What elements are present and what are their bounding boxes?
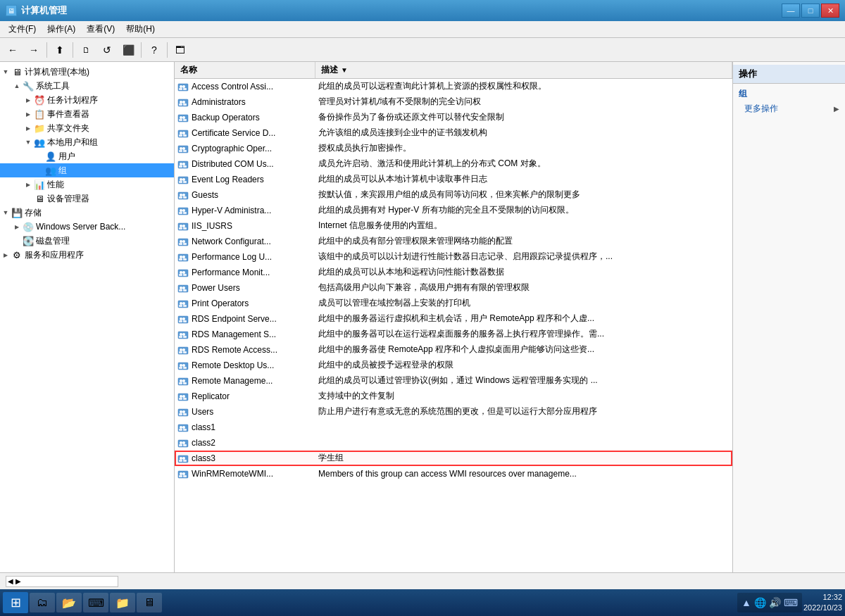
table-row[interactable]: Administrators管理员对计算机/域有不受限制的完全访问权 [175,94,732,110]
tree-item-svcapp[interactable]: ▶ ⚙ 服务和应用程序 [0,248,174,262]
table-row[interactable]: Remote Desktop Us...此组中的成员被授予远程登录的权限 [175,358,732,373]
group-name-text: RDS Endpoint Serve... [192,314,277,324]
table-row[interactable]: Power Users包括高级用户以向下兼容，高级用户拥有有限的管理权限 [175,280,732,296]
table-row[interactable]: Remote Manageme...此组的成员可以通过管理协议(例如，通过 Wi… [175,373,732,389]
tree-item-devmgr[interactable]: 🖥 设备管理器 [0,191,174,206]
group-name-text: Network Configurat... [192,237,271,246]
export-button[interactable]: ⬛ [118,41,138,59]
tree-item-users[interactable]: 👤 用户 [0,149,174,163]
tree-item-performance[interactable]: ▶ 📊 性能 [0,177,174,191]
table-row[interactable]: Performance Monit...此组的成员可以从本地和远程访问性能计数器… [175,265,732,280]
cell-name-11: Performance Log U... [175,249,315,264]
menu-action[interactable]: 操作(A) [42,22,81,37]
status-scroll[interactable]: ◀ ▶ [6,576,118,587]
table-row[interactable]: Users防止用户进行有意或无意的系统范围的更改，但是可以运行大部分应用程序 [175,404,732,420]
table-row[interactable]: Distributed COM Us...成员允许启动、激活和使用此计算机上的分… [175,156,732,172]
table-row[interactable]: Cryptographic Oper...授权成员执行加密操作。 [175,141,732,156]
svg-point-31 [180,178,182,181]
tree-item-diskmgr[interactable]: 💽 磁盘管理 [0,234,174,248]
menu-file[interactable]: 文件(F) [3,22,42,37]
table-row[interactable]: Replicator支持域中的文件复制 [175,389,732,404]
help-button[interactable]: ? [144,41,164,59]
menu-help[interactable]: 帮助(H) [120,22,161,37]
taskbar-app-1[interactable]: 🗂 [30,593,55,612]
svg-point-102 [182,395,185,398]
start-button[interactable]: ⊞ [3,592,28,613]
table-row[interactable]: class1 [175,420,732,435]
show-hide-button[interactable]: 🗋 [76,41,96,59]
winback-icon: 💿 [23,221,34,232]
list-header: 名称 描述 ▼ [175,62,732,79]
svg-point-87 [182,348,185,351]
ops-more-actions[interactable]: 更多操作 ▶ [733,101,845,116]
tree-item-sharedfolders[interactable]: ▶ 📁 共享文件夹 [0,121,174,135]
svg-point-86 [180,348,182,351]
table-row[interactable]: Certificate Service D...允许该组的成员连接到企业中的证书… [175,125,732,141]
tree-item-eventlog[interactable]: ▶ 📋 事件查看器 [0,107,174,121]
back-button[interactable]: ← [3,41,23,59]
group-row-icon [177,174,189,185]
taskbar-clock[interactable]: 12:32 2022/10/23 [803,592,842,614]
maximize-button[interactable]: □ [801,4,820,18]
group-name-text: Replicator [192,391,230,401]
table-row[interactable]: RDS Endpoint Serve...此组中的服务器运行虚拟机和主机会话，用… [175,311,732,327]
localusers-icon: 👥 [34,137,45,148]
table-row[interactable]: Guests按默认值，来宾跟用户组的成员有同等访问权，但来宾帐户的限制更多 [175,187,732,203]
svg-rect-14 [183,119,187,121]
table-row[interactable]: Access Control Assi...此组的成员可以远程查询此计算机上资源… [175,79,732,94]
table-row[interactable]: Network Configurat...此组中的成员有部分管理权限来管理网络功… [175,234,732,249]
table-row[interactable]: class3学生组 [175,451,732,466]
group-name-text: Cryptographic Oper... [192,144,272,153]
table-row[interactable]: WinRMRemoteWMI...Members of this group c… [175,466,732,482]
tree-item-scheduler[interactable]: ▶ ⏰ 任务计划程序 [0,93,174,107]
table-row[interactable]: Backup Operators备份操作员为了备份或还原文件可以替代安全限制 [175,110,732,125]
tree-item-localusers[interactable]: ▼ 👥 本地用户和组 [0,135,174,149]
view-button[interactable]: 🗔 [170,41,190,59]
svg-rect-79 [183,320,187,322]
tree-item-tools[interactable]: ▲ 🔧 系统工具 [0,79,174,93]
svg-rect-114 [183,429,187,431]
tree-item-storage[interactable]: ▼ 💾 存储 [0,206,174,220]
close-button[interactable]: ✕ [821,4,839,18]
refresh-button[interactable]: ↺ [97,41,117,59]
group-name-text: Event Log Readers [192,175,264,184]
ops-group-label[interactable]: 组 [733,84,845,101]
svg-rect-69 [183,289,187,291]
col-header-desc[interactable]: 描述 ▼ [315,62,732,78]
table-row[interactable]: Print Operators成员可以管理在域控制器上安装的打印机 [175,296,732,311]
table-row[interactable]: class2 [175,435,732,451]
group-name-text: Distributed COM Us... [192,159,274,169]
table-row[interactable]: Event Log Readers此组的成员可以从本地计算机中读取事件日志 [175,172,732,187]
svg-point-47 [182,225,185,227]
taskbar-app-3[interactable]: ⌨ [83,593,108,612]
forward-button[interactable]: → [24,41,44,59]
tree-item-root[interactable]: ▼ 🖥 计算机管理(本地) [0,65,174,79]
svg-point-37 [182,194,185,196]
table-row[interactable]: RDS Management S...此组中的服务器可以在运行远程桌面服务的服务… [175,327,732,342]
svg-rect-124 [183,460,187,462]
table-row[interactable]: RDS Remote Access...此组中的服务器使 RemoteApp 程… [175,342,732,358]
svg-point-36 [180,194,182,196]
taskbar-app-2[interactable]: 📂 [56,593,82,612]
table-row[interactable]: IIS_IUSRSInternet 信息服务使用的内置组。 [175,218,732,234]
minimize-button[interactable]: — [782,4,800,18]
up-button[interactable]: ⬆ [50,41,70,59]
taskbar-app-4[interactable]: 📁 [110,593,135,612]
col-header-name[interactable]: 名称 [175,62,315,78]
svg-rect-73 [179,305,182,307]
group-row-icon [177,375,189,386]
sort-arrow: ▼ [341,66,348,74]
group-row-icon [177,251,189,263]
ops-more-label: 更多操作 [744,103,778,115]
menu-view[interactable]: 查看(V) [81,22,120,37]
tree-item-groups[interactable]: 👥 组 [0,163,174,177]
tree-item-winback[interactable]: ▶ 💿 Windows Server Back... [0,220,174,234]
svg-rect-28 [179,165,182,168]
group-row-icon [177,81,189,92]
notify-arrow-icon[interactable]: ▲ [741,597,751,608]
group-name-text: Certificate Service D... [192,128,275,138]
table-row[interactable]: Performance Log U...该组中的成员可以以计划进行性能计数器日志… [175,249,732,265]
table-row[interactable]: Hyper-V Administra...此组的成员拥有对 Hyper-V 所有… [175,203,732,218]
cell-name-9: IIS_IUSRS [175,218,315,233]
taskbar-app-5[interactable]: 🖥 [137,593,162,612]
